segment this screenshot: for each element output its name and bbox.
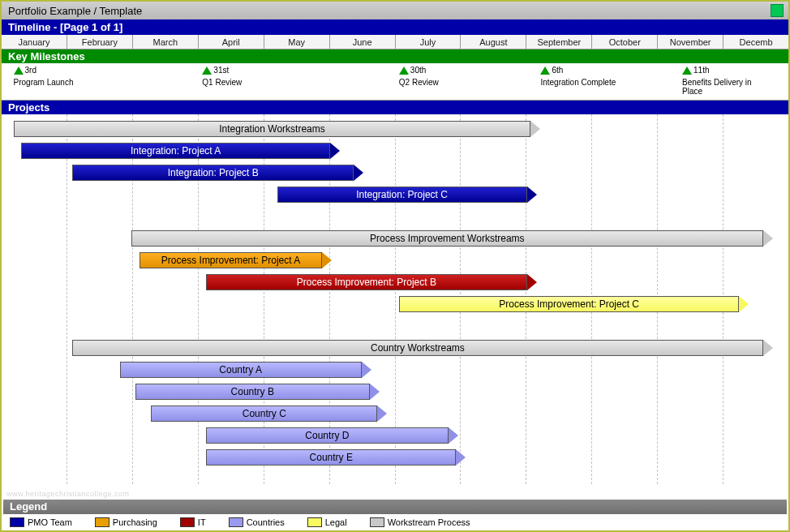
month-cell: February (67, 35, 133, 49)
gantt-bar-body: Country A (120, 362, 362, 378)
gantt-bar-arrow-icon (377, 405, 387, 422)
gantt-bar-body: Process Improvement Workstreams (131, 230, 763, 247)
milestone-triangle-icon (399, 66, 409, 75)
gantt-bar-arrow-icon (527, 274, 537, 290)
legend-swatch (180, 517, 195, 527)
page-title: Portfolio Example / Template (8, 5, 142, 17)
legend-swatch (10, 517, 24, 527)
gantt-bar-label: Integration Workstreams (219, 123, 325, 135)
milestone-triangle-icon (682, 66, 692, 75)
legend-title: Legend (10, 500, 47, 513)
gantt-bar[interactable]: Country A (120, 362, 371, 378)
gantt-bar-body: Country Workstreams (72, 340, 762, 356)
gantt-bar-label: Integration: Project C (356, 189, 448, 200)
gantt-bar-body: Integration: Project A (21, 143, 330, 159)
month-cell: March (133, 35, 199, 49)
gantt-bar-label: Process Improvement: Project C (499, 298, 639, 310)
milestone-label: Q1 Review (202, 78, 242, 87)
gantt-bar[interactable]: Integration: Project C (277, 187, 537, 203)
legend-label: Countries (247, 517, 285, 527)
milestones-area: 3rdProgram Launch31stQ1 Review30thQ2 Rev… (2, 63, 788, 101)
gantt-bar[interactable]: Process Improvement: Project A (140, 252, 333, 268)
gantt-bar-body: Process Improvement: Project C (399, 296, 740, 312)
gantt-bar-arrow-icon (456, 449, 466, 466)
milestone-label: Benefits Delivery in Place (682, 78, 763, 96)
month-cell: June (330, 35, 396, 49)
gantt-bar[interactable]: Country B (135, 384, 380, 400)
gantt-bar[interactable]: Country D (206, 427, 457, 444)
gantt-bar-label: Country D (305, 430, 349, 441)
gantt-bar-label: Process Improvement: Project B (297, 277, 436, 288)
gantt-bar-label: Country B (231, 386, 274, 397)
month-cell: November (658, 35, 723, 49)
projects-title: Projects (8, 101, 49, 114)
milestone-label: Program Launch (14, 78, 74, 87)
timeline-header: Timeline - [Page 1 of 1] (2, 19, 788, 35)
gantt-bar-body: Integration: Project B (72, 165, 354, 181)
milestone: 11thBenefits Delivery in Place (682, 66, 763, 96)
month-cell: October (592, 35, 658, 49)
gantt-bar-arrow-icon (449, 427, 458, 444)
months-row: JanuaryFebruaryMarchAprilMayJuneJulyAugu… (2, 35, 788, 49)
milestone-date: 3rd (25, 66, 36, 75)
milestone-triangle-icon (540, 66, 550, 75)
gantt-bar-body: Country E (206, 449, 456, 466)
gantt-bar-arrow-icon (362, 362, 371, 378)
gantt-area: Integration WorkstreamsIntegration: Proj… (2, 114, 788, 484)
title-bar: Portfolio Example / Template (2, 2, 788, 19)
milestone-date: 11th (693, 66, 709, 75)
gantt-bar-body: Country B (135, 384, 370, 400)
milestone-date: 6th (552, 66, 563, 75)
milestone-triangle-icon (202, 66, 212, 75)
gantt-bar-arrow-icon (370, 384, 380, 400)
gantt-bar[interactable]: Process Improvement: Project C (399, 296, 749, 312)
gantt-bar-arrow-icon (322, 252, 332, 268)
legend-item: Purchasing (95, 517, 157, 527)
gantt-bar-label: Integration: Project A (131, 145, 221, 157)
gantt-bar[interactable]: Process Improvement: Project B (206, 274, 536, 290)
gantt-bar-body: Country D (206, 427, 448, 444)
gantt-bar-body: Country C (151, 405, 377, 422)
milestone-date: 31st (213, 66, 229, 75)
legend-swatch (95, 517, 109, 527)
watermark: www.heritagechristiancollege.com (6, 490, 130, 498)
gantt-bar[interactable]: Process Improvement Workstreams (131, 230, 773, 247)
milestone-triangle-icon (14, 66, 24, 75)
gantt-bar[interactable]: Integration: Project B (72, 165, 363, 181)
gantt-bar-arrow-icon (330, 143, 340, 159)
gantt-bar-body: Integration: Project C (277, 187, 527, 203)
month-cell: May (264, 35, 330, 49)
month-cell: January (2, 35, 67, 49)
gantt-bar-body: Integration Workstreams (14, 121, 531, 137)
gantt-bar-arrow-icon (527, 187, 537, 203)
gantt-bar-label: Integration: Project B (168, 167, 259, 178)
gantt-bar-arrow-icon (530, 121, 540, 137)
gantt-bar-body: Process Improvement: Project B (206, 274, 526, 290)
timeline-label: Timeline - [Page 1 of 1] (8, 21, 122, 33)
gantt-bar[interactable]: Country C (151, 405, 387, 422)
legend-label: Legal (325, 517, 347, 527)
legend-item: Workstream Process (370, 517, 470, 527)
legend-label: Workstream Process (388, 517, 470, 527)
legend-row: PMO TeamPurchasingITCountriesLegalWorkst… (3, 514, 787, 530)
milestone: 30thQ2 Review (399, 66, 439, 87)
gantt-bar-label: Country A (219, 364, 262, 375)
gantt-bar-arrow-icon (739, 296, 749, 312)
milestone-label: Q2 Review (399, 78, 439, 87)
milestone-date: 30th (410, 66, 426, 75)
milestones-section-header: Key Milestones (2, 49, 788, 63)
gantt-bar[interactable]: Integration: Project A (21, 143, 340, 159)
gantt-bar[interactable]: Integration Workstreams (14, 121, 541, 137)
legend-label: Purchasing (113, 517, 157, 527)
month-cell: July (396, 35, 462, 49)
legend-label: IT (198, 517, 206, 527)
legend-swatch (370, 517, 384, 527)
gantt-bar[interactable]: Country Workstreams (72, 340, 772, 356)
gantt-bar-label: Country C (243, 408, 286, 419)
legend-label: PMO Team (28, 517, 72, 527)
milestone-label: Integration Complete (540, 78, 616, 87)
month-cell: April (199, 35, 264, 49)
gantt-bar-body: Process Improvement: Project A (140, 252, 323, 268)
legend-item: Countries (229, 517, 285, 527)
gantt-bar[interactable]: Country E (206, 449, 466, 466)
